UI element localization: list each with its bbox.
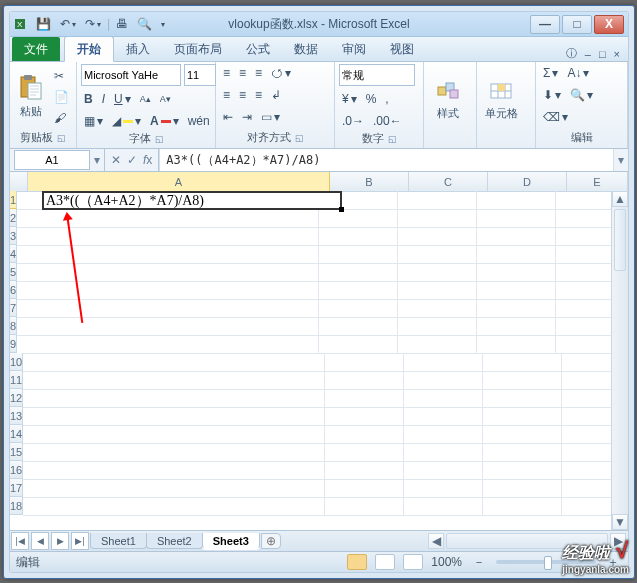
cell[interactable]	[404, 407, 483, 426]
row-header-6[interactable]: 6	[10, 281, 17, 299]
align-middle-button[interactable]: ≡	[236, 64, 249, 82]
italic-button[interactable]: I	[99, 90, 108, 108]
maximize-button[interactable]: □	[562, 15, 592, 34]
view-normal-button[interactable]	[347, 554, 367, 570]
worksheet-grid[interactable]: ABCDE 123456789101112131415161718 A3*((（…	[10, 172, 628, 530]
cell[interactable]	[483, 407, 562, 426]
scroll-down-button[interactable]: ▼	[612, 514, 628, 530]
zoom-thumb[interactable]	[544, 556, 552, 570]
cell[interactable]	[483, 425, 562, 444]
cell[interactable]	[556, 335, 612, 354]
cell[interactable]	[477, 263, 556, 282]
borders-button[interactable]: ▦▾	[81, 112, 106, 130]
increase-decimal-button[interactable]: .0→	[339, 112, 367, 130]
fill-button[interactable]: ⬇▾	[540, 86, 564, 104]
align-launcher[interactable]: ◱	[295, 133, 304, 143]
mdi-minimize[interactable]: –	[585, 48, 591, 60]
cell[interactable]	[562, 497, 612, 516]
cell[interactable]	[483, 371, 562, 390]
qat-redo-icon[interactable]: ↷▾	[82, 15, 104, 33]
shrink-font-button[interactable]: A▾	[157, 92, 174, 106]
cell[interactable]	[325, 353, 404, 372]
vscroll-thumb[interactable]	[614, 209, 626, 271]
fx-button[interactable]: fx	[143, 153, 152, 167]
sheet-tab-Sheet2[interactable]: Sheet2	[146, 533, 203, 549]
clear-button[interactable]: ⌫▾	[540, 108, 571, 126]
cell[interactable]	[556, 191, 612, 210]
cell[interactable]	[477, 191, 556, 210]
scroll-left-button[interactable]: ◀	[428, 533, 444, 549]
font-color-button[interactable]: A▾	[147, 112, 182, 130]
cell[interactable]	[562, 371, 612, 390]
number-launcher[interactable]: ◱	[388, 134, 397, 144]
underline-button[interactable]: U▾	[111, 90, 134, 108]
cell[interactable]	[404, 425, 483, 444]
sheet-tab-Sheet1[interactable]: Sheet1	[90, 533, 147, 549]
col-header-A[interactable]: A	[28, 172, 330, 191]
cell[interactable]	[325, 407, 404, 426]
cell[interactable]	[325, 497, 404, 516]
help-button[interactable]: ⓘ	[566, 46, 577, 61]
cell[interactable]	[23, 479, 325, 498]
tab-formulas[interactable]: 公式	[234, 37, 282, 61]
copy-button[interactable]: 📄	[51, 88, 72, 106]
qat-print-icon[interactable]: 🖶	[113, 15, 131, 33]
cell[interactable]	[319, 245, 398, 264]
cell[interactable]	[404, 371, 483, 390]
cell[interactable]	[562, 425, 612, 444]
row-header-11[interactable]: 11	[10, 371, 23, 389]
cell[interactable]	[398, 299, 477, 318]
row-header-2[interactable]: 2	[10, 209, 17, 227]
cell[interactable]	[17, 299, 319, 318]
cell[interactable]	[483, 497, 562, 516]
cell[interactable]	[23, 497, 325, 516]
tab-data[interactable]: 数据	[282, 37, 330, 61]
align-left-button[interactable]: ≡	[220, 86, 233, 104]
bold-button[interactable]: B	[81, 90, 96, 108]
cell[interactable]	[556, 227, 612, 246]
increase-indent-button[interactable]: ⇥	[239, 108, 255, 126]
view-page-layout-button[interactable]	[375, 554, 395, 570]
cell[interactable]	[398, 335, 477, 354]
sheet-nav-0[interactable]: |◀	[11, 532, 29, 550]
cancel-formula-button[interactable]: ✕	[111, 153, 121, 167]
wrap-text-button[interactable]: ↲	[268, 86, 284, 104]
row-header-13[interactable]: 13	[10, 407, 23, 425]
col-header-C[interactable]: C	[409, 172, 488, 191]
qat-preview-icon[interactable]: 🔍	[134, 15, 155, 33]
cell-A1-editing[interactable]: A3*((（A4+A2）*A7)/A8)	[42, 191, 342, 210]
cell[interactable]	[325, 371, 404, 390]
cut-button[interactable]: ✂	[51, 67, 72, 85]
cell[interactable]	[398, 191, 477, 210]
cell[interactable]	[556, 299, 612, 318]
fill-handle[interactable]	[339, 207, 344, 212]
zoom-out-button[interactable]: －	[470, 552, 488, 573]
qat-more-icon[interactable]: ▾	[158, 18, 168, 31]
cell[interactable]	[477, 245, 556, 264]
cell[interactable]	[23, 371, 325, 390]
cell[interactable]	[23, 443, 325, 462]
cell[interactable]	[319, 263, 398, 282]
row-header-1[interactable]: 1	[10, 191, 17, 209]
orientation-button[interactable]: ⭯▾	[268, 64, 294, 82]
view-page-break-button[interactable]	[403, 554, 423, 570]
cell[interactable]	[398, 317, 477, 336]
cell[interactable]	[404, 443, 483, 462]
row-header-10[interactable]: 10	[10, 353, 23, 371]
cell[interactable]	[404, 461, 483, 480]
row-header-4[interactable]: 4	[10, 245, 17, 263]
zoom-value[interactable]: 100%	[431, 555, 462, 569]
cell[interactable]	[17, 281, 319, 300]
phonetic-button[interactable]: wén	[185, 112, 213, 130]
row-header-14[interactable]: 14	[10, 425, 23, 443]
mdi-restore[interactable]: □	[599, 48, 606, 60]
cell[interactable]	[556, 317, 612, 336]
merge-cells-button[interactable]: ▭▾	[258, 108, 283, 126]
cell[interactable]	[477, 317, 556, 336]
cell[interactable]	[325, 425, 404, 444]
scroll-up-button[interactable]: ▲	[612, 191, 628, 207]
vertical-scrollbar[interactable]: ▲ ▼	[611, 191, 628, 530]
cell[interactable]	[23, 407, 325, 426]
cell[interactable]	[483, 443, 562, 462]
tab-view[interactable]: 视图	[378, 37, 426, 61]
